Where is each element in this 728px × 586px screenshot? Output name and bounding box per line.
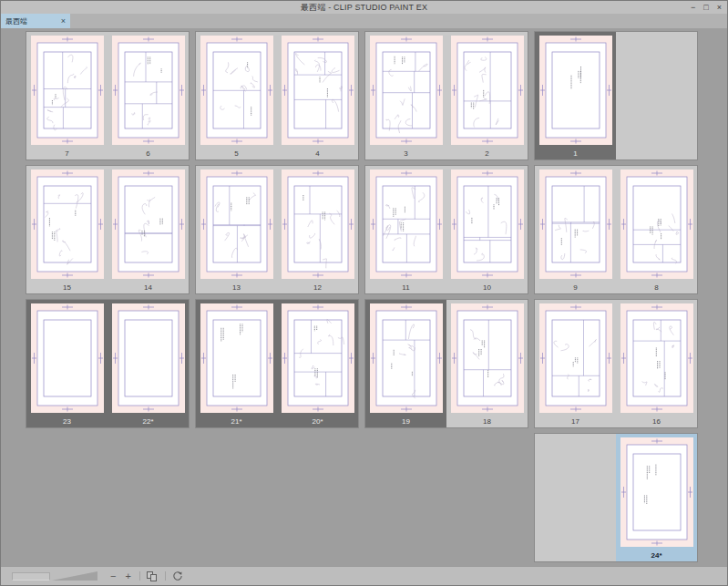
spread-container: 1	[534, 31, 698, 160]
spread-container: 2322*	[26, 299, 190, 428]
page-thumbnail	[196, 166, 277, 282]
page-number: 24*	[616, 550, 697, 561]
page-number: 10	[446, 282, 528, 293]
page-thumbnail	[277, 166, 358, 282]
page-cell[interactable]: 4	[277, 32, 358, 159]
page-number: 20*	[277, 416, 358, 427]
page-cell[interactable]: 17	[535, 300, 616, 427]
manga-page	[112, 303, 185, 413]
tab-bar: 最西端 ×	[1, 14, 727, 28]
page-cell[interactable]: 16	[616, 300, 697, 427]
page-cell[interactable]: 6	[108, 32, 189, 159]
page-thumbnail	[26, 32, 108, 148]
manga-page	[370, 36, 443, 145]
spread-container: 98	[534, 165, 698, 294]
page-number: 2	[446, 148, 528, 159]
manga-page	[200, 170, 273, 279]
page-cell[interactable]: 9	[535, 166, 616, 293]
page-thumbnail	[108, 166, 189, 282]
page-number: 23	[26, 416, 108, 427]
page-number: 6	[108, 148, 189, 159]
page-cell[interactable]: 2	[446, 32, 528, 159]
page-cell[interactable]: 14	[108, 166, 189, 293]
page-cell[interactable]: 19	[365, 300, 446, 427]
zoom-in-button[interactable]: +	[125, 567, 130, 585]
manga-page	[282, 303, 354, 413]
page-cell[interactable]: 22*	[108, 300, 189, 427]
manga-page	[282, 170, 354, 279]
page-thumbnail	[535, 32, 616, 148]
page-number: 14	[108, 282, 189, 293]
divider	[165, 571, 166, 581]
manga-page	[451, 303, 524, 413]
page-number: 4	[277, 148, 358, 159]
spread-view-icon[interactable]	[147, 571, 157, 581]
page-thumbnail	[616, 166, 697, 282]
minimize-button[interactable]: −	[691, 1, 695, 14]
refresh-thumbnails-icon[interactable]	[172, 571, 183, 581]
title-bar: 最西端 - CLIP STUDIO PAINT EX − □ ×	[1, 1, 727, 14]
page-thumbnail	[277, 300, 358, 416]
tab-label: 最西端	[5, 16, 27, 26]
manga-page	[620, 303, 693, 413]
spread-container: 54	[195, 31, 359, 160]
page-number: 12	[277, 282, 358, 293]
page-thumbnail	[108, 300, 189, 416]
manga-page	[31, 170, 104, 279]
manga-page	[539, 303, 612, 413]
page-cell[interactable]: 11	[365, 166, 446, 293]
spread-container: 76	[26, 31, 190, 160]
status-bar: − +	[1, 566, 727, 585]
manga-page	[370, 303, 443, 413]
window-title: 最西端 - CLIP STUDIO PAINT EX	[301, 2, 427, 14]
page-cell[interactable]: 10	[446, 166, 528, 293]
spread-container: 1514	[26, 165, 190, 294]
empty-cell	[535, 434, 616, 561]
page-cell[interactable]: 24*	[616, 434, 697, 561]
page-cell[interactable]: 15	[26, 166, 108, 293]
page-number: 11	[365, 282, 446, 293]
manga-page	[451, 170, 524, 279]
page-number: 1	[535, 148, 616, 159]
close-button[interactable]: ×	[717, 1, 722, 14]
zoom-out-button[interactable]: −	[110, 567, 116, 585]
document-tab[interactable]: 最西端 ×	[1, 14, 70, 28]
page-row: 2322*21*20*19181716	[26, 299, 698, 428]
tab-close-icon[interactable]: ×	[61, 16, 66, 26]
thumbnail-size-slider[interactable]	[52, 571, 97, 581]
page-cell[interactable]: 18	[446, 300, 528, 427]
maximize-button[interactable]: □	[703, 1, 708, 14]
spread-container: 1716	[534, 299, 698, 428]
page-cell[interactable]: 1	[535, 32, 616, 159]
manga-page	[620, 437, 693, 547]
page-number: 19	[365, 416, 446, 427]
page-cell[interactable]: 8	[616, 166, 697, 293]
page-cell[interactable]: 13	[196, 166, 277, 293]
manga-page	[451, 36, 524, 145]
page-number: 17	[535, 416, 616, 427]
page-manager-canvas: 7654321151413121110982322*21*20*19181716…	[1, 28, 727, 566]
page-thumbnail	[277, 32, 358, 148]
spread-container: 32	[364, 31, 528, 160]
manga-page	[282, 36, 354, 145]
page-cell[interactable]: 7	[26, 32, 108, 159]
page-thumbnail	[26, 300, 108, 416]
page-thumbnail	[616, 300, 697, 416]
page-number: 18	[446, 416, 528, 427]
page-thumbnail	[535, 300, 616, 416]
page-cell[interactable]: 21*	[196, 300, 277, 427]
manga-page	[370, 170, 443, 279]
page-number: 5	[196, 148, 277, 159]
page-cell[interactable]: 20*	[277, 300, 358, 427]
status-box	[12, 572, 50, 581]
page-cell[interactable]: 3	[365, 32, 446, 159]
manga-page	[539, 170, 612, 279]
page-cell[interactable]: 5	[196, 32, 277, 159]
spread-container: 1312	[195, 165, 359, 294]
page-number: 3	[365, 148, 446, 159]
page-number: 16	[616, 416, 697, 427]
page-cell[interactable]: 23	[26, 300, 108, 427]
page-thumbnail	[446, 300, 528, 416]
page-cell[interactable]: 12	[277, 166, 358, 293]
manga-page	[112, 36, 185, 145]
